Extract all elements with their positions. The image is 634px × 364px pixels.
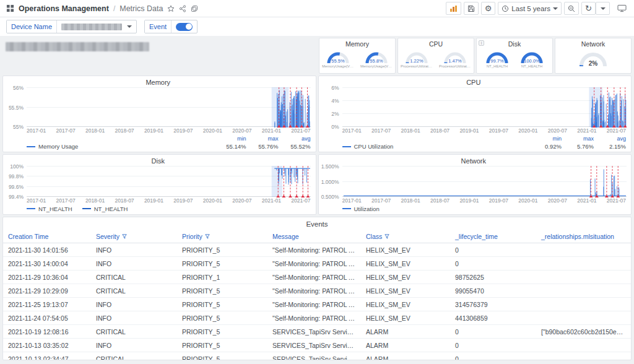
y-tick: 99.4%	[9, 194, 24, 200]
panel-title[interactable]: Network	[321, 156, 627, 166]
table-cell: CRITICAL	[91, 287, 177, 295]
x-tick: 2021-01	[262, 128, 281, 134]
table-cell: PRIORITY_5	[177, 260, 267, 267]
column-header--lifecycle-time[interactable]: _lifecycle_time	[450, 233, 536, 240]
column-header-priority[interactable]: Priority	[177, 233, 267, 240]
device-name-filter: Device Name	[6, 20, 137, 33]
gauge: 2%	[576, 49, 610, 67]
y-tick: 4%	[331, 98, 339, 104]
y-tick: 55.5%	[9, 105, 24, 111]
tv-mode-button[interactable]	[616, 4, 628, 12]
legend-series-name[interactable]: NT_HEALTH	[82, 206, 128, 212]
gauge-group: 1.22%ProcessorUtilization{...1.47%Proces…	[401, 49, 471, 69]
gauge-label: NT_HEALTH	[487, 64, 508, 69]
gauge-panel-disk: iDisk99.7%NT_HEALTH100.0%NT_HEALTH	[476, 38, 553, 74]
table-cell: HELIX_SM_EV	[361, 301, 450, 308]
legend-series-name[interactable]: Utilization	[342, 206, 380, 212]
panel-title[interactable]: CPU	[429, 40, 443, 48]
gauge: 99.7%NT_HEALTH	[483, 49, 511, 69]
column-header-message[interactable]: Message	[267, 233, 361, 240]
settings-button[interactable]: ⚙	[481, 2, 496, 15]
table-cell: ALARM	[361, 328, 450, 336]
stat-avg: 55.52%	[279, 143, 311, 150]
table-row: 2021-11-25 19:13:07INFOPRIORITY_5"Self-M…	[3, 298, 631, 311]
breadcrumb-app[interactable]: Operations Management	[19, 4, 109, 13]
column-header-label: Creation Time	[8, 233, 48, 240]
gauge-group: 2%	[576, 49, 610, 67]
filter-funnel-icon[interactable]	[122, 234, 127, 239]
svg-text:1.47%: 1.47%	[448, 58, 462, 64]
x-tick: 2017-01	[27, 197, 46, 204]
table-cell: PRIORITY_5	[177, 328, 267, 336]
svg-text:1.22%: 1.22%	[410, 58, 423, 64]
plot-canvas	[27, 166, 311, 197]
x-tick: 2017-07	[56, 128, 75, 134]
table-cell: "Self-Monitoring: PATROL Agent on bw...	[267, 314, 361, 322]
star-icon[interactable]	[167, 5, 175, 12]
y-axis: 6%4%2%0%	[321, 87, 342, 128]
panel-network-timeseries: Network1.500%1.000%0.500%2017-012017-072…	[318, 154, 632, 215]
gauge-label: ProcessorUtilization{...	[401, 64, 433, 69]
panel-title[interactable]: Memory	[345, 40, 369, 48]
svg-text:55.5%: 55.5%	[331, 58, 345, 64]
gauge-arc: 100.0%	[518, 49, 546, 64]
bar-chart-icon	[449, 5, 458, 12]
timeseries-svg	[27, 87, 311, 128]
device-name-select[interactable]	[57, 20, 136, 33]
table-cell: HELIX_SM_EV	[361, 246, 450, 254]
gauge-panel-cpu: CPU1.22%ProcessorUtilization{...1.47%Pro…	[397, 38, 474, 74]
column-header-label: Class	[366, 233, 382, 240]
device-name-label: Device Name	[7, 20, 57, 33]
table-cell: PRIORITY_5	[177, 246, 267, 254]
panel-memory-timeseries: Memory56%55.5%55%2017-012017-072018-0120…	[2, 76, 316, 152]
x-tick: 2017-07	[56, 197, 75, 204]
refresh-button[interactable]: ↻	[581, 2, 596, 15]
x-tick: 2019-01	[144, 128, 163, 134]
stat-min: 55.14%	[214, 143, 246, 150]
panel-title[interactable]: Network	[581, 40, 606, 48]
column-header--relationships-mlsituation[interactable]: _relationships.mlsituation	[536, 233, 631, 240]
add-visualization-button[interactable]	[446, 2, 461, 15]
column-header-severity[interactable]: Severity	[91, 233, 177, 240]
legend-series-name[interactable]: NT_HEALTH	[27, 206, 72, 212]
x-axis: 2017-012017-072018-012018-072019-012019-…	[27, 197, 311, 204]
panel-title[interactable]: Disk	[508, 40, 521, 48]
copy-panel-icon[interactable]	[191, 5, 198, 12]
legend-stat-header: min	[529, 136, 562, 142]
x-tick: 2020-07	[548, 197, 567, 204]
refresh-interval-dropdown[interactable]	[596, 2, 610, 15]
filter-funnel-icon[interactable]	[384, 234, 389, 239]
info-icon[interactable]: i	[479, 40, 484, 46]
legend-stat-header: avg	[279, 136, 311, 142]
filter-funnel-icon[interactable]	[205, 234, 210, 239]
column-header-class[interactable]: Class	[361, 233, 450, 240]
x-axis: 2017-012017-072018-012018-072019-012019-…	[27, 128, 311, 134]
zoom-out-button[interactable]	[564, 2, 579, 15]
events-panel-title[interactable]: Events	[3, 219, 631, 230]
table-cell: PRIORITY_5	[177, 314, 267, 322]
legend-series-name[interactable]: CPU Utilization	[342, 143, 530, 150]
event-toggle[interactable]	[176, 23, 193, 31]
apps-grid-icon[interactable]	[6, 4, 14, 12]
table-cell: SERVICES_TapiSrv Service status > 0 ...	[267, 342, 361, 349]
y-axis: 1.500%1.000%0.500%	[321, 166, 342, 197]
events-table-header: Creation TimeSeverityPriorityMessageClas…	[3, 230, 631, 243]
gauge-panel-memory: Memory55.5%MemoryUsage{Victo...55.8%Memo…	[319, 38, 396, 74]
table-cell: 2021-11-29 10:36:04	[3, 274, 91, 281]
column-header-creation-time[interactable]: Creation Time	[3, 233, 91, 240]
legend-series-name[interactable]: Memory Usage	[27, 143, 214, 150]
panel-title[interactable]: Disk	[6, 156, 311, 166]
x-tick: 2017-01	[342, 128, 362, 134]
timeseries-svg	[342, 166, 627, 197]
legend-header: minmaxavg	[342, 134, 627, 142]
column-header-label: _relationships.mlsituation	[541, 233, 614, 240]
time-range-picker[interactable]: Last 5 years	[498, 2, 562, 15]
panel-title[interactable]: CPU	[321, 77, 627, 87]
gauge: 55.5%MemoryUsage{Victo...	[322, 49, 354, 69]
plot-canvas	[27, 87, 311, 128]
panel-title[interactable]: Memory	[6, 77, 311, 87]
table-cell: "Self-Monitoring: PATROL Agent on bw...	[267, 246, 361, 254]
column-header-label: Message	[272, 233, 299, 240]
save-dashboard-button[interactable]	[464, 2, 479, 15]
share-icon[interactable]	[179, 5, 186, 12]
